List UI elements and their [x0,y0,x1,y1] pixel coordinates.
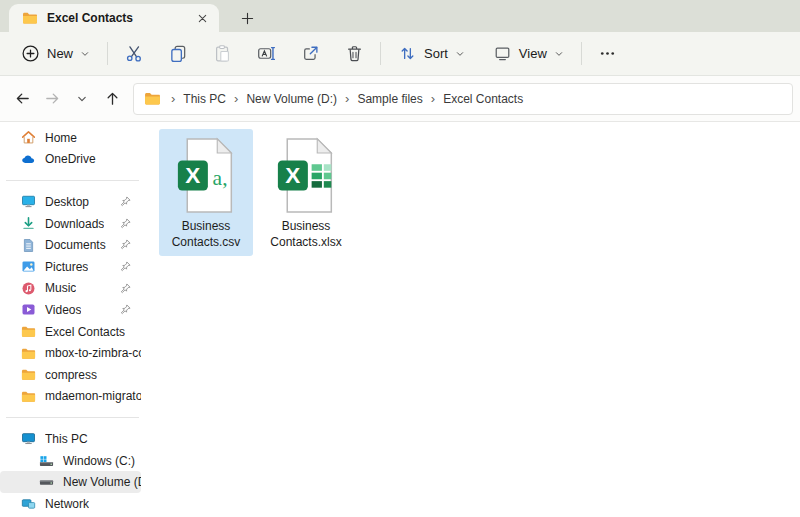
this-pc-icon [21,431,36,446]
new-button[interactable]: New [12,38,99,69]
breadcrumb-item-new-volume[interactable]: New Volume (D:) [246,92,337,106]
ellipsis-icon [598,44,617,63]
breadcrumb-separator: › [423,91,443,106]
clipboard-group [116,38,372,70]
sidebar-item-videos[interactable]: Videos [0,299,141,321]
network-icon [21,496,36,511]
sidebar-item-documents[interactable]: Documents [0,234,141,256]
new-tab-button[interactable] [233,4,261,32]
recent-locations-button[interactable] [67,84,97,114]
drive-icon [39,475,54,490]
videos-icon [21,302,36,317]
file-list-area: X a, Business Contacts.csv X [143,122,800,516]
chevron-down-icon [455,49,465,59]
sidebar-item-this-pc[interactable]: This PC [0,428,141,450]
sidebar-item-desktop[interactable]: Desktop [0,191,141,213]
sidebar-item-mbox-to-zimbra[interactable]: mbox-to-zimbra-con [0,342,141,364]
breadcrumb-separator: › [337,91,357,106]
file-item-business-contacts-csv[interactable]: X a, Business Contacts.csv [159,129,253,256]
breadcrumb-item-excel-contacts[interactable]: Excel Contacts [443,92,523,106]
sidebar-item-excel-contacts[interactable]: Excel Contacts [0,321,141,343]
breadcrumb-separator: › [161,91,183,106]
sidebar-divider [6,180,139,181]
view-button[interactable]: View [484,38,573,69]
rename-button[interactable] [248,38,284,70]
sidebar-item-home[interactable]: Home [0,127,141,149]
sidebar-item-downloads[interactable]: Downloads [0,213,141,235]
xlsx-file-icon: X [276,136,336,215]
copy-icon [169,44,188,63]
command-toolbar: New Sort View [0,32,800,76]
sidebar-item-compress[interactable]: compress [0,364,141,386]
windows-drive-icon [39,453,54,468]
rename-icon [257,44,276,63]
pin-icon [119,217,132,230]
delete-button[interactable] [336,38,372,70]
back-button[interactable] [7,84,37,114]
documents-icon [21,238,36,253]
pictures-icon [21,259,36,274]
folder-icon [21,389,36,404]
home-icon [21,130,36,145]
sidebar-item-new-volume-d[interactable]: New Volume (D:) [0,471,141,493]
paste-button[interactable] [204,38,240,70]
sort-button[interactable]: Sort [389,38,474,69]
chevron-down-icon [76,93,88,105]
sidebar-item-pictures[interactable]: Pictures [0,256,141,278]
paste-icon [213,44,232,63]
arrow-left-icon [14,90,31,107]
music-icon [21,281,36,296]
trash-icon [345,44,364,63]
sidebar-item-onedrive[interactable]: OneDrive [0,149,141,171]
svg-text:X: X [185,163,200,188]
folder-icon [21,346,36,361]
folder-icon [21,324,36,339]
tab-title: Excel Contacts [47,11,191,25]
navigation-pane: Home OneDrive Desktop Downloads Document… [0,122,143,516]
sidebar-divider [6,417,139,418]
pin-icon [119,260,132,273]
breadcrumb-item-sample-files[interactable]: Sample files [357,92,422,106]
more-options-button[interactable] [590,38,626,70]
breadcrumb-separator: › [226,91,246,106]
explorer-body: Home OneDrive Desktop Downloads Document… [0,122,800,516]
folder-icon [22,10,38,26]
sidebar-item-music[interactable]: Music [0,278,141,300]
view-icon [493,44,512,63]
explorer-tab[interactable]: Excel Contacts [9,4,219,32]
up-button[interactable] [97,84,127,114]
folder-icon [21,367,36,382]
sidebar-item-mdaemon-migrator[interactable]: mdaemon-migrator [0,386,141,408]
arrow-up-icon [104,90,121,107]
copy-button[interactable] [160,38,196,70]
navigation-bar: › This PC › New Volume (D:) › Sample fil… [0,76,800,122]
address-bar[interactable]: › This PC › New Volume (D:) › Sample fil… [133,83,793,115]
toolbar-divider [581,42,582,65]
toolbar-divider [107,42,108,65]
pin-icon [119,195,132,208]
breadcrumb-item-this-pc[interactable]: This PC [183,92,226,106]
spreadsheet-grid-glyph [312,164,332,187]
file-item-business-contacts-xlsx[interactable]: X Business Contacts.xlsx [259,129,353,256]
share-icon [301,44,320,63]
sidebar-item-network[interactable]: Network [0,493,141,515]
sidebar-item-windows-c[interactable]: Windows (C:) [0,450,141,472]
file-name: Business Contacts.csv [159,218,253,250]
share-button[interactable] [292,38,328,70]
pin-icon [119,303,132,316]
csv-file-icon: X a, [176,136,236,215]
tab-close-button[interactable] [191,7,213,29]
chevron-down-icon [554,49,564,59]
file-name: Business Contacts.xlsx [259,218,353,250]
sort-arrows-icon [398,44,417,63]
cut-button[interactable] [116,38,152,70]
onedrive-cloud-icon [21,152,36,167]
toolbar-divider [380,42,381,65]
desktop-icon [21,194,36,209]
forward-button[interactable] [37,84,67,114]
pin-icon [119,238,132,251]
chevron-down-icon [80,49,90,59]
svg-text:X: X [285,163,300,188]
plus-circle-icon [21,44,40,63]
csv-overlay-glyph: a, [213,166,228,190]
